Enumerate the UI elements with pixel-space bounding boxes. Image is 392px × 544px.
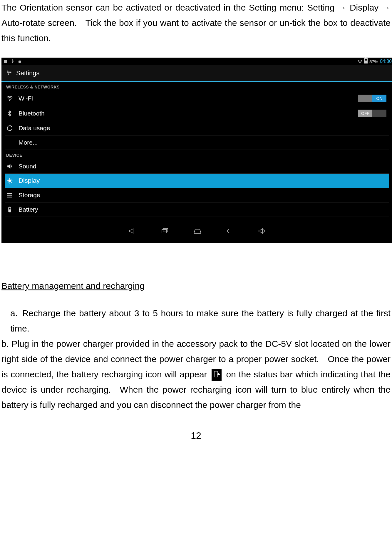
clock: 04:30 — [380, 59, 392, 64]
row-storage[interactable]: Storage — [5, 188, 389, 202]
row-bluetooth[interactable]: Bluetooth OFF — [5, 106, 389, 121]
volume-up-icon[interactable] — [258, 227, 267, 236]
sd-card-icon — [3, 59, 8, 64]
list-label-a: a. — [10, 306, 19, 321]
svg-rect-0 — [19, 61, 21, 63]
svg-rect-11 — [163, 228, 168, 232]
recent-apps-icon[interactable] — [161, 227, 170, 236]
back-icon[interactable] — [225, 227, 234, 236]
row-label: Wi-Fi — [19, 95, 353, 102]
svg-point-6 — [8, 179, 11, 182]
list-item-b: b. Plug in the power charger provided in… — [1, 336, 391, 413]
sound-icon — [6, 163, 13, 170]
svg-point-1 — [7, 71, 8, 71]
page-number: 12 — [1, 430, 391, 441]
status-bar: 57% 04:30 — [1, 58, 392, 65]
bluetooth-toggle[interactable]: OFF — [358, 110, 386, 117]
android-debug-icon — [17, 59, 22, 64]
svg-rect-9 — [9, 210, 11, 212]
row-more[interactable]: More... — [5, 135, 389, 150]
settings-title-label: Settings — [16, 69, 40, 77]
settings-titlebar: Settings — [1, 65, 392, 82]
data-usage-icon — [6, 125, 13, 131]
row-label: Storage — [19, 192, 389, 199]
storage-icon — [6, 192, 13, 198]
system-navbar — [1, 225, 392, 239]
settings-list: WIRELESS & NETWORKS Wi-Fi ON Bluetooth O… — [1, 82, 392, 222]
svg-point-2 — [10, 72, 11, 73]
svg-rect-8 — [9, 207, 10, 207]
volume-down-icon[interactable] — [128, 227, 137, 236]
row-sound[interactable]: Sound — [5, 159, 389, 174]
row-label: Sound — [19, 163, 389, 170]
row-wifi[interactable]: Wi-Fi ON — [5, 91, 389, 106]
list-item-a: a. Recharge the battery about 3 to 5 hou… — [1, 306, 391, 336]
display-icon — [6, 178, 13, 184]
svg-rect-10 — [162, 230, 167, 233]
row-label: Battery — [19, 206, 389, 213]
row-battery[interactable]: Battery — [5, 202, 389, 217]
row-label: Display — [19, 177, 389, 185]
wifi-toggle[interactable]: ON — [358, 95, 386, 102]
section-header-wireless: WIRELESS & NETWORKS — [5, 82, 389, 91]
battery-icon — [364, 58, 368, 65]
paragraph-orientation-sensor: The Orientation sensor can be activated … — [1, 0, 391, 46]
settings-sliders-icon — [6, 70, 12, 77]
row-display[interactable]: Display — [5, 174, 389, 188]
wifi-icon — [6, 95, 13, 102]
section-battery-management-title: Battery management and recharging — [1, 281, 391, 291]
bluetooth-icon — [6, 110, 13, 117]
wifi-icon — [358, 59, 362, 64]
battery-percent: 57% — [369, 59, 378, 64]
home-icon[interactable] — [193, 227, 202, 236]
battery-icon — [6, 206, 13, 213]
section-header-device: DEVICE — [5, 150, 389, 159]
usb-icon — [10, 59, 15, 64]
row-label: Bluetooth — [19, 110, 353, 117]
svg-point-3 — [8, 73, 9, 74]
row-data-usage[interactable]: Data usage — [5, 121, 389, 135]
svg-point-4 — [9, 100, 10, 101]
list-label-b: b. — [1, 339, 9, 349]
embedded-screenshot: 57% 04:30 Settings WIRELESS & NETWORKS W… — [1, 58, 392, 243]
row-label: Data usage — [19, 125, 389, 132]
row-label: More... — [6, 139, 389, 146]
list-text-a: Recharge the battery about 3 to 5 hours … — [10, 308, 391, 333]
charging-battery-icon — [212, 369, 222, 381]
